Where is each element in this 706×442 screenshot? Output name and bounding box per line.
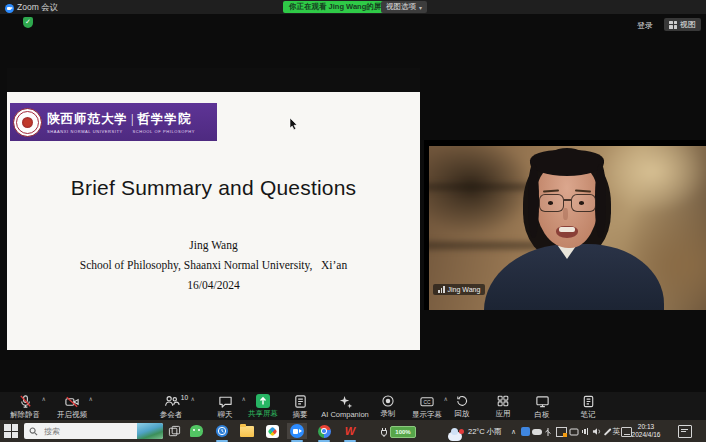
- webcam-feed: Jing Wang: [429, 146, 706, 310]
- apps-icon: [496, 394, 510, 408]
- participants-count-badge: 10: [181, 394, 188, 401]
- university-en: SHAANXI NORMAL UNIVERSITY: [47, 129, 123, 134]
- whiteboard-icon: [535, 394, 550, 409]
- apps-button[interactable]: 应用: [481, 394, 525, 419]
- ai-companion-label: AI Companion: [321, 410, 369, 419]
- school-cn: 哲学学院: [138, 112, 192, 126]
- file-transfer-icon[interactable]: [568, 426, 579, 437]
- presentation-slide: 陕西师范大学|哲学学院 SHAANXI NORMAL UNIVERSITY SC…: [7, 92, 420, 350]
- record-icon: [381, 394, 395, 408]
- start-button[interactable]: [4, 424, 18, 438]
- taskbar-search-box[interactable]: [24, 423, 163, 439]
- teeth: [559, 227, 575, 232]
- chevron-down-icon: ▾: [419, 4, 422, 11]
- participant-name-tag: Jing Wang: [433, 284, 485, 295]
- university-name-cn: 陕西师范大学|哲学学院: [47, 111, 195, 128]
- person-hair-side: [528, 164, 539, 238]
- replay-button[interactable]: 回放: [440, 394, 484, 419]
- camera-off-icon: [64, 394, 80, 409]
- wechat-app-icon[interactable]: [188, 423, 204, 439]
- participants-button[interactable]: 参会者 10 ∧: [146, 394, 196, 419]
- battery-percentage: 100%: [390, 426, 416, 438]
- summary-icon: [293, 394, 308, 409]
- app-store-icon[interactable]: [264, 423, 280, 439]
- viewing-screen-banner: 你正在观看 Jing Wang的屏幕: [283, 1, 395, 13]
- captions-icon: CC: [419, 394, 435, 409]
- layout-grid-icon: [669, 21, 677, 29]
- cloud-sync-icon[interactable]: [531, 426, 542, 437]
- weather-temperature[interactable]: 22°C 小雨: [468, 427, 502, 437]
- participant-video-tile[interactable]: Jing Wang: [424, 140, 706, 310]
- zoom-taskbar-icon[interactable]: [287, 423, 307, 439]
- smiling-mouth: [556, 226, 578, 238]
- whiteboard-button[interactable]: 白板: [520, 394, 564, 419]
- battery-status[interactable]: 100%: [380, 426, 416, 438]
- clock-app-icon[interactable]: [214, 423, 230, 439]
- audio-options-chevron[interactable]: ∧: [42, 395, 46, 402]
- search-highlight-art[interactable]: [137, 423, 163, 439]
- file-explorer-icon[interactable]: [239, 423, 255, 439]
- record-label: 录制: [381, 409, 396, 419]
- notes-label: 笔记: [581, 410, 596, 420]
- tray-app-blue-icon[interactable]: [520, 426, 531, 437]
- unmute-label: 解除静音: [10, 410, 40, 420]
- usb-device-icon[interactable]: [542, 426, 553, 437]
- notification-center-icon[interactable]: [678, 425, 692, 438]
- shelf-shadow: [429, 184, 539, 190]
- eye: [579, 201, 584, 205]
- university-cn: 陕西师范大学: [47, 112, 128, 126]
- app-title: Zoom 会议: [17, 2, 58, 14]
- signin-button[interactable]: 登录: [637, 20, 653, 31]
- mouse-cursor: [289, 118, 298, 130]
- taskbar-date: 2024/4/16: [628, 431, 664, 439]
- slide-byline: Jing Wang School of Philosophy, Shaanxi …: [7, 235, 420, 295]
- wps-office-icon[interactable]: W: [342, 423, 358, 439]
- share-screen-icon: [256, 394, 270, 408]
- signin-label: 登录: [637, 20, 653, 31]
- eye: [548, 201, 553, 205]
- video-options-chevron[interactable]: ∧: [89, 395, 93, 402]
- apps-label: 应用: [496, 409, 511, 419]
- person-hair-side: [595, 164, 606, 238]
- view-options-label: 视图选项: [386, 2, 416, 12]
- record-button[interactable]: 录制: [366, 394, 410, 419]
- zoom-app-icon: [5, 4, 14, 13]
- university-name-en: SHAANXI NORMAL UNIVERSITY SCHOOL OF PHIL…: [47, 129, 195, 134]
- view-layout-button[interactable]: 视图: [664, 18, 701, 31]
- weather-cloud-icon[interactable]: [447, 428, 463, 442]
- replay-label: 回放: [455, 409, 470, 419]
- view-options-button[interactable]: 视图选项 ▾: [381, 1, 427, 13]
- windows-taskbar: W 100% 22°C 小雨 ∧ 英 20:13: [0, 420, 706, 442]
- participants-options-chevron[interactable]: ∧: [191, 395, 195, 402]
- search-input[interactable]: [42, 426, 132, 437]
- school-en: SCHOOL OF PHILOSOPHY: [132, 129, 195, 134]
- summary-label: 摘要: [293, 410, 308, 420]
- notes-icon: [581, 394, 596, 409]
- show-captions-label: 显示字幕: [412, 410, 442, 420]
- start-video-button[interactable]: 开启视频 ∧: [50, 394, 94, 419]
- notes-button[interactable]: 笔记: [566, 394, 610, 419]
- task-view-button[interactable]: [166, 423, 182, 439]
- university-banner: 陕西师范大学|哲学学院 SHAANXI NORMAL UNIVERSITY SC…: [10, 103, 217, 141]
- chrome-icon[interactable]: [316, 423, 332, 439]
- replay-icon: [455, 394, 469, 408]
- screenshot-tool-icon[interactable]: [556, 426, 567, 437]
- volume-icon[interactable]: [591, 426, 602, 437]
- nose: [563, 208, 568, 220]
- meeting-security-shield-icon[interactable]: ✓: [23, 17, 33, 28]
- view-layout-label: 视图: [680, 19, 696, 30]
- unmute-button[interactable]: 解除静音 ∧: [3, 394, 47, 419]
- taskbar-clock[interactable]: 20:13 2024/4/16: [628, 423, 664, 439]
- zoom-meeting-window: Zoom 会议 你正在观看 Jing Wang的屏幕 视图选项 ▾ ✓ 登录 视…: [0, 0, 706, 442]
- university-banner-text: 陕西师范大学|哲学学院 SHAANXI NORMAL UNIVERSITY SC…: [47, 111, 195, 134]
- university-seal-logo: [13, 108, 42, 137]
- shared-screen-area: 陕西师范大学|哲学学院 SHAANXI NORMAL UNIVERSITY SC…: [7, 68, 420, 350]
- network-signal-icon[interactable]: [580, 426, 591, 437]
- window-titlebar: Zoom 会议 你正在观看 Jing Wang的屏幕 视图选项 ▾: [0, 0, 706, 14]
- meeting-toolbar: 解除静音 ∧ 开启视频 ∧ 参会者 10 ∧: [0, 392, 706, 420]
- ai-sparkle-icon: [338, 394, 353, 409]
- chat-label: 聊天: [218, 410, 233, 420]
- start-video-label: 开启视频: [57, 410, 87, 420]
- hidden-icons-chevron[interactable]: ∧: [508, 426, 519, 437]
- share-screen-label: 共享屏幕: [248, 409, 278, 419]
